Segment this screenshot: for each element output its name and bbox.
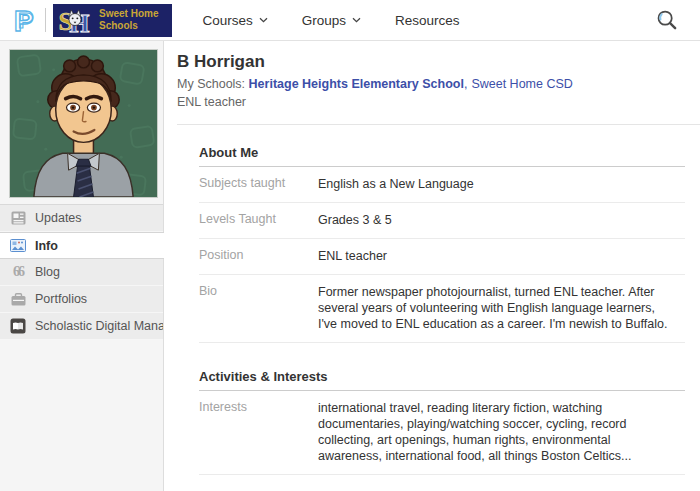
- sidebar-item-label: Portfolios: [35, 292, 87, 306]
- info-row-subjects: Subjects taught English as a New Languag…: [199, 167, 685, 203]
- nav-resources-label: Resources: [395, 13, 460, 28]
- school-crest-icon: S H: [58, 6, 92, 35]
- svg-text:P: P: [18, 8, 33, 33]
- nav-groups[interactable]: Groups: [302, 13, 361, 28]
- profile-head-divider: [177, 124, 700, 125]
- avatar: [9, 49, 158, 198]
- section-about-me: About Me Subjects taught English as a Ne…: [199, 145, 685, 343]
- quotes-icon: 66: [10, 264, 26, 280]
- sidebar-item-scholastic[interactable]: Scholastic Digital Mana...: [0, 313, 163, 340]
- main-nav: Courses Groups Resources: [202, 13, 459, 28]
- briefcase-icon: [10, 291, 26, 307]
- section-title: Activities & Interests: [199, 369, 685, 391]
- header-divider: [45, 8, 46, 32]
- school-link-district[interactable]: Sweet Home CSD: [471, 77, 572, 91]
- search-button[interactable]: [656, 9, 678, 31]
- profile-name: B Horrigan: [177, 52, 685, 72]
- sidebar-item-updates[interactable]: Updates: [0, 205, 163, 232]
- nav-resources[interactable]: Resources: [395, 13, 460, 28]
- section-activities: Activities & Interests Interests interna…: [199, 369, 685, 475]
- newspaper-icon: [10, 210, 26, 226]
- row-value: Grades 3 & 5: [318, 212, 392, 228]
- chevron-down-icon: [352, 17, 361, 23]
- row-label: Interests: [199, 400, 318, 464]
- avatar-illustration: [10, 50, 157, 197]
- school-link-primary[interactable]: Heritage Heights Elementary School: [249, 77, 464, 91]
- my-schools-label: My Schools:: [177, 77, 245, 91]
- badge-line2: Schools: [99, 20, 158, 33]
- magnifier-icon: [656, 9, 678, 31]
- sidebar-item-label: Blog: [35, 265, 60, 279]
- sidebar-item-blog[interactable]: 66 Blog: [0, 259, 163, 286]
- badge-line1: Sweet Home: [99, 8, 158, 21]
- sidebar-item-info[interactable]: Info: [0, 232, 164, 259]
- row-value: English as a New Language: [318, 176, 474, 192]
- row-label: Position: [199, 248, 318, 264]
- my-schools-line: My Schools: Heritage Heights Elementary …: [177, 77, 685, 91]
- section-title: About Me: [199, 145, 685, 167]
- school-separator: ,: [464, 77, 467, 91]
- sidebar-item-label: Scholastic Digital Mana...: [35, 319, 163, 333]
- profile-header: B Horrigan My Schools: Heritage Heights …: [164, 41, 700, 109]
- powerschool-p-icon: P P: [10, 4, 40, 36]
- row-label: Subjects taught: [199, 176, 318, 192]
- info-row-interests: Interests international travel, reading …: [199, 391, 685, 475]
- row-value: ENL teacher: [318, 248, 387, 264]
- sidebar-item-label: Info: [35, 239, 58, 253]
- nav-courses[interactable]: Courses: [202, 13, 267, 28]
- profile-role: ENL teacher: [177, 95, 685, 109]
- nav-courses-label: Courses: [202, 13, 252, 28]
- top-bar: P P S H Sweet Home Schools Courses G: [0, 0, 700, 41]
- info-row-position: Position ENL teacher: [199, 239, 685, 275]
- info-row-levels: Levels Taught Grades 3 & 5: [199, 203, 685, 239]
- row-value: international travel, reading literary f…: [318, 400, 672, 464]
- district-badge[interactable]: S H Sweet Home Schools: [53, 4, 172, 37]
- row-value: Former newspaper photojournalist, turned…: [318, 284, 672, 332]
- sidebar-item-label: Updates: [35, 211, 82, 225]
- open-book-icon: [10, 318, 26, 334]
- id-card-icon: [10, 238, 26, 254]
- profile-sidebar: Updates Info 66 Blog: [0, 41, 164, 491]
- sidebar-menu: Updates Info 66 Blog: [0, 204, 163, 340]
- info-row-bio: Bio Former newspaper photojournalist, tu…: [199, 275, 685, 343]
- powerschool-logo[interactable]: P P: [8, 4, 42, 36]
- row-label: Bio: [199, 284, 318, 332]
- profile-main: B Horrigan My Schools: Heritage Heights …: [164, 41, 700, 491]
- row-label: Levels Taught: [199, 212, 318, 228]
- nav-groups-label: Groups: [302, 13, 346, 28]
- sidebar-item-portfolios[interactable]: Portfolios: [0, 286, 163, 313]
- chevron-down-icon: [259, 17, 268, 23]
